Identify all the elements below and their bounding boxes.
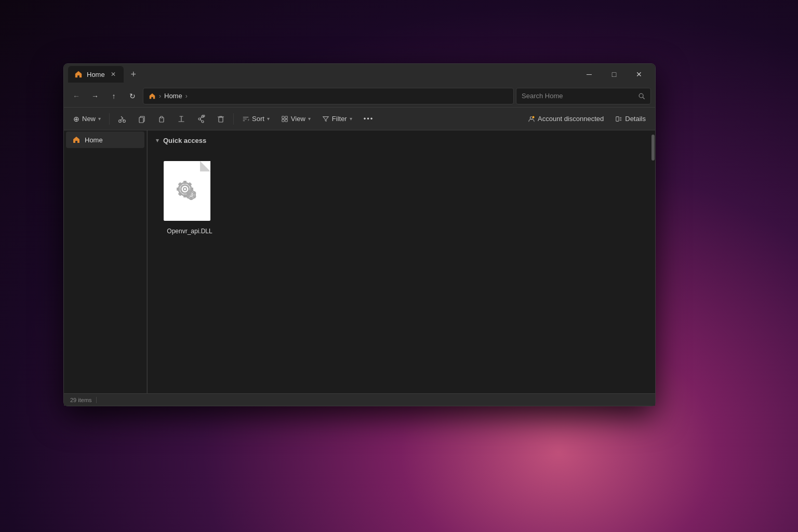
path-home: Home [164, 92, 182, 100]
path-separator-1: › [159, 92, 161, 100]
home-tab-icon [74, 70, 83, 78]
maximize-button[interactable]: □ [602, 66, 626, 83]
account-disconnected-label: Account disconnected [538, 115, 604, 123]
svg-rect-21 [282, 116, 284, 118]
minimize-button[interactable]: ─ [577, 66, 601, 83]
address-path[interactable]: › Home › [143, 88, 514, 104]
sidebar-home-icon [72, 136, 81, 144]
delete-icon [217, 115, 225, 123]
quick-access-label: Quick access [163, 137, 206, 144]
new-icon: ⊕ [73, 115, 79, 123]
sort-button[interactable]: Sort ▾ [237, 111, 275, 127]
svg-rect-8 [139, 117, 143, 123]
sidebar-item-home[interactable]: Home [66, 131, 144, 148]
sort-label: Sort [252, 115, 264, 123]
svg-point-13 [202, 121, 204, 123]
view-icon [281, 115, 288, 123]
details-label: Details [625, 115, 646, 123]
cut-button[interactable] [113, 111, 131, 127]
file-area: ▾ Quick access [148, 130, 655, 393]
svg-rect-28 [616, 116, 619, 121]
account-icon: ! [528, 115, 535, 123]
share-icon [197, 115, 205, 123]
new-tab-button[interactable]: + [126, 66, 141, 82]
sort-icon [242, 115, 249, 123]
more-options-button[interactable]: ••• [358, 111, 379, 127]
view-dropdown-icon: ▾ [308, 116, 311, 122]
file-item-dll[interactable]: Openvr_api.DLL [156, 157, 223, 239]
main-content: Home ▾ Quick access [64, 130, 655, 393]
details-icon [615, 115, 622, 123]
items-count: 29 items [70, 397, 92, 403]
svg-rect-24 [285, 119, 287, 121]
filter-icon [322, 115, 329, 123]
file-page [164, 161, 210, 221]
window-controls: ─ □ ✕ [577, 66, 651, 83]
paste-icon [157, 115, 166, 123]
svg-point-12 [198, 118, 201, 120]
svg-line-14 [201, 117, 202, 118]
cut-icon [118, 115, 126, 123]
rename-icon [177, 115, 185, 123]
files-grid: Openvr_api.DLL [156, 153, 647, 243]
up-button[interactable]: ↑ [105, 88, 122, 104]
status-separator [96, 397, 97, 403]
file-icon-dll [164, 161, 216, 223]
status-bar: 29 items [64, 393, 655, 406]
sidebar: Home [64, 130, 147, 393]
svg-rect-23 [282, 119, 284, 121]
path-home-icon [149, 92, 156, 100]
file-explorer-window: Home ✕ + ─ □ ✕ ← → ↑ ↻ › Home › Search H… [63, 63, 656, 406]
view-button[interactable]: View ▾ [276, 111, 316, 127]
rename-button[interactable] [172, 111, 191, 127]
sidebar-home-label: Home [85, 136, 103, 144]
scrollbar-track[interactable] [651, 130, 655, 393]
scrollbar-thumb[interactable] [651, 135, 655, 161]
filter-label: Filter [332, 115, 347, 123]
share-button[interactable] [192, 111, 210, 127]
filter-button[interactable]: Filter ▾ [317, 111, 357, 127]
svg-point-33 [183, 188, 187, 191]
svg-line-15 [201, 119, 202, 121]
sort-dropdown-icon: ▾ [267, 116, 270, 122]
toolbar: ⊕ New ▾ [64, 108, 655, 130]
new-button[interactable]: ⊕ New ▾ [68, 111, 106, 127]
path-separator-2: › [185, 92, 188, 100]
copy-icon [138, 115, 146, 123]
tab-label: Home [87, 71, 105, 78]
new-dropdown-icon: ▾ [98, 116, 101, 122]
close-button[interactable]: ✕ [627, 66, 651, 83]
forward-button[interactable]: → [87, 88, 103, 104]
delete-button[interactable] [211, 111, 230, 127]
new-label: New [82, 115, 96, 123]
svg-rect-10 [161, 116, 163, 118]
copy-button[interactable] [132, 111, 151, 127]
title-bar: Home ✕ + ─ □ ✕ [64, 64, 655, 85]
gear-icon [166, 170, 208, 212]
search-placeholder: Search Home [522, 92, 563, 100]
paste-button[interactable] [152, 111, 171, 127]
quick-access-section: ▾ Quick access [156, 137, 647, 144]
toolbar-separator-2 [233, 113, 234, 125]
svg-line-6 [121, 116, 123, 118]
svg-line-1 [643, 97, 644, 99]
toolbar-separator-1 [109, 113, 110, 125]
page-fold [200, 161, 210, 171]
file-name-dll: Openvr_api.DLL [167, 228, 212, 235]
back-button[interactable]: ← [68, 88, 85, 104]
svg-rect-22 [285, 116, 287, 118]
filter-dropdown-icon: ▾ [350, 116, 352, 122]
address-bar: ← → ↑ ↻ › Home › Search Home [64, 85, 655, 108]
svg-point-44 [190, 194, 192, 196]
svg-rect-16 [219, 117, 223, 122]
account-disconnected-button[interactable]: ! Account disconnected [523, 111, 609, 127]
view-label: View [291, 115, 305, 123]
quick-access-chevron[interactable]: ▾ [156, 137, 159, 144]
search-box[interactable]: Search Home [516, 88, 651, 104]
search-icon [638, 92, 645, 100]
more-options-icon: ••• [364, 115, 374, 123]
refresh-button[interactable]: ↻ [124, 88, 141, 104]
tab-close-button[interactable]: ✕ [109, 70, 117, 78]
details-button[interactable]: Details [610, 111, 651, 127]
home-tab[interactable]: Home ✕ [68, 66, 124, 83]
